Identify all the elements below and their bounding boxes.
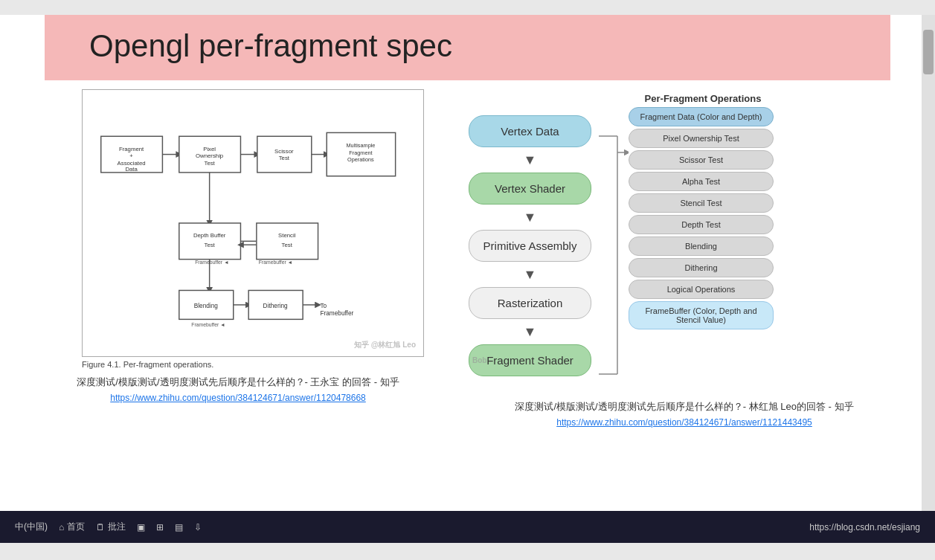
pf-node-1: Pixel Ownership Test — [629, 129, 774, 148]
content-area: Fragment + Associated Data Pixel Ownersh… — [0, 89, 935, 428]
svg-text:Test: Test — [205, 242, 216, 248]
svg-text:Test: Test — [205, 160, 216, 167]
pipeline-left: Vertex Data ▼ Vertex Shader ▼ Primitive … — [469, 115, 591, 393]
left-section: Fragment + Associated Data Pixel Ownersh… — [22, 89, 454, 428]
svg-text:Stencil: Stencil — [278, 232, 296, 239]
primitive-assembly-node: Primitive Assembly — [469, 230, 591, 262]
right-link-url[interactable]: https://www.zhihu.com/question/384124671… — [469, 417, 900, 428]
figure-caption: Figure 4.1. Per-fragment operations. — [82, 360, 454, 369]
svg-text:+: + — [129, 152, 133, 159]
svg-text:Framebuffer ◄: Framebuffer ◄ — [191, 322, 225, 327]
screen-icon: ▤ — [175, 522, 183, 532]
svg-text:Framebuffer ◄: Framebuffer ◄ — [195, 260, 229, 265]
arrow-3: ▼ — [524, 268, 537, 281]
left-link-url[interactable]: https://www.zhihu.com/question/384124671… — [22, 393, 454, 403]
right-pipeline-wrapper: Vertex Data ▼ Vertex Shader ▼ Primitive … — [469, 93, 900, 393]
pf-node-4: Stencil Test — [629, 193, 774, 213]
left-watermark: 知乎 @林红旭 Leo — [354, 340, 416, 350]
svg-text:Ownership: Ownership — [196, 152, 223, 159]
bottom-icon4[interactable]: ⇩ — [194, 522, 202, 532]
bottom-icon3[interactable]: ▤ — [175, 522, 183, 532]
svg-text:Depth Buffer: Depth Buffer — [193, 232, 226, 239]
pf-node-8: Logical Operations — [629, 280, 774, 299]
pf-node-6: Blending — [629, 236, 774, 256]
vertex-shader-node: Vertex Shader — [469, 173, 591, 205]
left-diagram-box: Fragment + Associated Data Pixel Ownersh… — [82, 89, 424, 357]
svg-text:Framebuffer ◄: Framebuffer ◄ — [259, 260, 293, 265]
vertex-data-node: Vertex Data — [469, 115, 591, 147]
svg-text:Scissor: Scissor — [274, 148, 294, 155]
svg-text:Dithering: Dithering — [263, 303, 288, 309]
bracket-svg — [591, 115, 629, 390]
bottom-bar: 中(中国) ⌂ 首页 🗒 批注 ▣ ⊞ ▤ ⇩ https://blog.csd… — [0, 511, 935, 543]
grid-icon: ▣ — [137, 522, 145, 532]
arrow-1: ▼ — [524, 153, 537, 167]
right-watermark: Bob — [472, 356, 486, 364]
svg-text:Blending: Blending — [194, 303, 219, 309]
pf-node-3: Alpha Test — [629, 172, 774, 191]
right-link-description: 深度测试/模版测试/透明度测试先后顺序是什么样的？- 林红旭 Leo的回答 - … — [469, 399, 900, 414]
svg-text:To: To — [320, 303, 327, 309]
pf-node-2: Scissor Test — [629, 150, 774, 170]
svg-text:Fragment: Fragment — [119, 146, 144, 152]
svg-text:Test: Test — [282, 242, 293, 248]
scrollbar-thumb[interactable] — [923, 30, 934, 74]
pf-node-0: Fragment Data (Color and Depth) — [629, 107, 774, 126]
bracket-connector — [591, 115, 629, 393]
svg-text:Multisample: Multisample — [347, 142, 376, 149]
svg-text:Operations: Operations — [347, 156, 374, 163]
pipeline-right: Per-Fragment Operations Fragment Data (C… — [629, 93, 777, 393]
per-frag-title: Per-Fragment Operations — [629, 93, 777, 104]
left-link-section: 深度测试/模版测试/透明度测试先后顺序是什么样的？- 王永宝 的回答 - 知乎 … — [22, 375, 454, 403]
annotation-icon: 🗒 — [96, 522, 105, 532]
svg-text:Pixel: Pixel — [203, 146, 216, 152]
svg-text:Framebuffer: Framebuffer — [320, 310, 353, 317]
arrow-2: ▼ — [524, 210, 537, 224]
bottom-left: 中(中国) ⌂ 首页 🗒 批注 ▣ ⊞ ▤ ⇩ — [15, 521, 202, 533]
svg-text:Data: Data — [125, 166, 138, 173]
bottom-icon1[interactable]: ▣ — [137, 522, 145, 532]
svg-text:Fragment: Fragment — [349, 149, 372, 156]
bottom-home[interactable]: ⌂ 首页 — [59, 521, 85, 533]
home-icon: ⌂ — [59, 522, 64, 532]
left-diagram-svg: Fragment + Associated Data Pixel Ownersh… — [94, 101, 412, 345]
right-section: Vertex Data ▼ Vertex Shader ▼ Primitive … — [469, 89, 900, 428]
rasterization-node: Rasterization — [469, 287, 591, 319]
arrow-4: ▼ — [524, 325, 537, 338]
page-title: Opengl per-fragment spec — [89, 28, 846, 64]
left-link-description: 深度测试/模版测试/透明度测试先后顺序是什么样的？- 王永宝 的回答 - 知乎 — [22, 375, 454, 390]
pf-node-5: Depth Test — [629, 215, 774, 234]
bottom-annotation[interactable]: 🗒 批注 — [96, 521, 126, 533]
svg-text:Test: Test — [279, 155, 290, 161]
main-content: Opengl per-fragment spec Fragment + Asso… — [0, 15, 935, 543]
layout-icon: ⊞ — [156, 522, 164, 532]
bottom-url: https://blog.csdn.net/esjiang — [809, 522, 920, 532]
download-icon: ⇩ — [194, 522, 202, 532]
bottom-icon2[interactable]: ⊞ — [156, 522, 164, 532]
right-link-section: 深度测试/模版测试/透明度测试先后顺序是什么样的？- 林红旭 Leo的回答 - … — [469, 399, 900, 428]
scrollbar[interactable] — [922, 15, 935, 543]
fragment-shader-node: Fragment Shader — [469, 344, 591, 376]
pf-node-7: Dithering — [629, 258, 774, 277]
locale-text: 中(中国) — [15, 521, 48, 533]
pf-node-9: FrameBuffer (Color, Depth and Stencil Va… — [629, 301, 774, 329]
title-banner: Opengl per-fragment spec — [45, 15, 890, 80]
